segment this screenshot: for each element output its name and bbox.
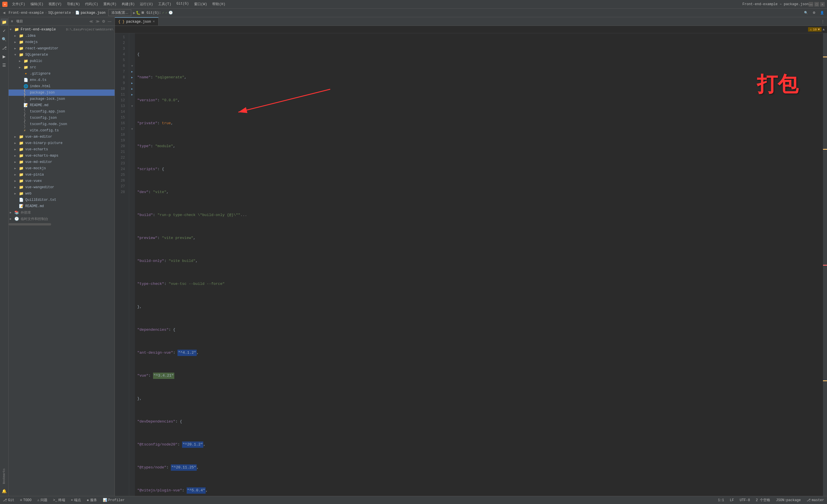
file-tree-body[interactable]: ▼ 📁 Front-end-example D:\_EasyProject\We… bbox=[9, 26, 114, 496]
window-controls[interactable]: — □ × bbox=[809, 2, 825, 7]
code-line-15[interactable]: "vue": "^3.4.21" bbox=[135, 373, 823, 379]
tree-item-sqlgenerate[interactable]: ▼ 📁 SQLgenerate bbox=[9, 52, 114, 58]
fold-btn-3[interactable] bbox=[129, 46, 135, 52]
warning-badge[interactable]: ⚠ 10 ▼ bbox=[808, 27, 821, 32]
tree-settings-button[interactable]: ⚙ bbox=[101, 19, 106, 24]
breadcrumb-root[interactable]: Front-end-example bbox=[9, 11, 44, 15]
code-line-13[interactable]: "dependencies": { bbox=[135, 327, 823, 333]
tree-hide-button[interactable]: — bbox=[107, 19, 112, 24]
fold-btn-22[interactable] bbox=[129, 155, 135, 161]
tree-item-tsconfig-node[interactable]: ▶ { } tsconfig.node.json bbox=[9, 121, 114, 127]
code-line-14[interactable]: "ant-design-vue": "^4.1.2", bbox=[135, 350, 823, 356]
maximize-button[interactable]: □ bbox=[814, 2, 819, 7]
menu-help[interactable]: 帮助(H) bbox=[210, 1, 228, 7]
user-settings-button[interactable]: 👤 bbox=[818, 9, 826, 16]
project-icon[interactable]: 📁 bbox=[1, 18, 8, 26]
fold-btn-18[interactable] bbox=[129, 132, 135, 138]
tree-item-package-lock-json[interactable]: ▶ { } package-lock.json bbox=[9, 96, 114, 102]
menu-build[interactable]: 构建(B) bbox=[119, 1, 137, 7]
tree-item-root-readme[interactable]: ▶ 📝 README.md bbox=[9, 203, 114, 209]
status-profiler[interactable]: 📊 Profiler bbox=[100, 496, 128, 504]
tab-close-button[interactable]: × bbox=[153, 20, 155, 24]
menu-navigate[interactable]: 导航(N) bbox=[64, 1, 83, 7]
search-button[interactable]: 🔍 bbox=[802, 9, 810, 16]
fold-btn-2[interactable] bbox=[129, 40, 135, 46]
settings-button[interactable]: ⚙ bbox=[811, 9, 817, 16]
code-content[interactable]: { "name": "sqlgenerate", "version": "0.0… bbox=[135, 33, 823, 496]
fold-btn-17[interactable]: ▼ bbox=[129, 126, 135, 132]
code-line-6[interactable]: "scripts": { bbox=[135, 166, 823, 172]
fold-btn-26[interactable] bbox=[129, 178, 135, 183]
tree-item-vue-echarts-maps[interactable]: ▶ 📁 vue-echarts-maps bbox=[9, 153, 114, 159]
tree-item-web[interactable]: ▶ 📁 web bbox=[9, 190, 114, 197]
tree-item-vue-pinia[interactable]: ▶ 📁 vue-pinia bbox=[9, 172, 114, 178]
tree-item-react-wangeditor[interactable]: ▶ 📁 react-wangeditor bbox=[9, 45, 114, 52]
status-terminal[interactable]: >_ 终端 bbox=[50, 496, 68, 504]
tree-item-vue-binary-picture[interactable]: ▶ 📁 vue-binary-picture bbox=[9, 140, 114, 146]
fold-btn-8[interactable]: ▶ bbox=[129, 74, 135, 80]
code-line-19[interactable]: "@types/node": "^20.11.25", bbox=[135, 465, 823, 470]
fold-btn-16[interactable] bbox=[129, 120, 135, 126]
fold-btn-21[interactable] bbox=[129, 149, 135, 155]
tree-item-external-libs[interactable]: ▶ 📚 外部库 bbox=[9, 209, 114, 216]
tree-item-gitignore[interactable]: ▶ 🔸 .gitignore bbox=[9, 70, 114, 77]
tree-root[interactable]: ▼ 📁 Front-end-example D:\_EasyProject\We… bbox=[9, 26, 114, 33]
git-branch-icon[interactable]: ⎇ bbox=[1, 44, 8, 52]
status-problems[interactable]: ⚠ 问题 bbox=[35, 496, 50, 504]
collapse-all-button[interactable]: ≪ bbox=[89, 19, 94, 24]
menu-edit[interactable]: 编辑(E) bbox=[28, 1, 46, 7]
file-tree-controls[interactable]: ≪ ≫ ⚙ — bbox=[89, 19, 112, 24]
run-tool-icon[interactable]: ▶ bbox=[1, 53, 8, 60]
code-line-4[interactable]: "private": true, bbox=[135, 120, 823, 126]
run-icon[interactable]: ▶ bbox=[133, 11, 135, 15]
git-history-icon[interactable]: 🕐 bbox=[168, 11, 173, 15]
tree-item-public[interactable]: ▶ 📁 public bbox=[9, 58, 114, 64]
menu-tools[interactable]: 工具(T) bbox=[156, 1, 174, 7]
tree-item-scratch[interactable]: ▶ 🕐 临时文件和控制台 bbox=[9, 216, 114, 222]
search-icon[interactable]: 🔍 bbox=[1, 36, 8, 43]
tree-item-env-dts[interactable]: ▶ 📄 env.d.ts bbox=[9, 77, 114, 83]
status-filetype[interactable]: JSON:package bbox=[773, 496, 804, 504]
status-position[interactable]: 1:1 bbox=[715, 496, 727, 504]
code-editor[interactable]: 1 2 3 4 5 6 7 8 9 10 11 12 13 14 15 16 1… bbox=[115, 33, 827, 496]
breadcrumb-sqlgenerate[interactable]: SQLgenerate bbox=[48, 11, 71, 15]
fold-btn-23[interactable] bbox=[129, 161, 135, 166]
breadcrumb-file[interactable]: 📄package.json bbox=[75, 11, 105, 15]
code-line-12[interactable]: }, bbox=[135, 304, 823, 310]
tree-item-quill-editor[interactable]: ▶ 📄 QuillEditor.txt bbox=[9, 197, 114, 203]
status-git[interactable]: ⎇ Git bbox=[0, 496, 17, 504]
structure-icon[interactable]: ☰ bbox=[1, 61, 8, 69]
git-check2[interactable]: ✓ bbox=[165, 11, 167, 15]
tree-item-src[interactable]: ▶ 📁 src bbox=[9, 64, 114, 70]
menu-view[interactable]: 视图(V) bbox=[46, 1, 64, 7]
code-line-10[interactable]: "build-only": "vite build", bbox=[135, 258, 823, 264]
notification-icon[interactable]: 🔔 bbox=[1, 487, 8, 495]
fold-btn-4[interactable] bbox=[129, 52, 135, 57]
menu-git[interactable]: Git(G) bbox=[174, 1, 191, 7]
tree-item-vue-md-editor[interactable]: ▶ 📁 vue-md-editor bbox=[9, 159, 114, 165]
commit-icon[interactable]: ✓ bbox=[1, 27, 8, 35]
status-branch[interactable]: ⎇ master bbox=[804, 496, 827, 504]
bookmarks-label[interactable]: Bookmarks bbox=[3, 466, 6, 486]
code-line-3[interactable]: "version": "0.0.0", bbox=[135, 98, 823, 103]
fold-btn-13[interactable]: ▼ bbox=[129, 103, 135, 109]
tree-item-vue-am-editor[interactable]: ▶ 📁 vue-am-editor bbox=[9, 134, 114, 140]
code-line-20[interactable]: "@vitejs/plugin-vue": "^5.0.4", bbox=[135, 488, 823, 493]
git-check1[interactable]: ✓ bbox=[162, 11, 164, 15]
fold-btn-6[interactable]: ▼ bbox=[129, 63, 135, 69]
fold-btn-9[interactable]: ▶ bbox=[129, 80, 135, 86]
status-services[interactable]: ◈ 服务 bbox=[84, 496, 100, 504]
tree-item-nodejs[interactable]: ▶ 📁 nodejs bbox=[9, 39, 114, 45]
menu-file[interactable]: 文件(F) bbox=[10, 1, 28, 7]
fold-btn-19[interactable] bbox=[129, 138, 135, 144]
menu-refactor[interactable]: 重构(R) bbox=[101, 1, 119, 7]
code-line-17[interactable]: "devDependencies": { bbox=[135, 419, 823, 425]
status-endpoints[interactable]: ⌖ 端点 bbox=[68, 496, 84, 504]
fold-btn-1[interactable] bbox=[129, 35, 135, 40]
menu-run[interactable]: 运行(U) bbox=[138, 1, 155, 7]
menu-code[interactable]: 代码(C) bbox=[83, 1, 100, 7]
tree-item-vue-mockjs[interactable]: ▶ 📁 vue-mockjs bbox=[9, 165, 114, 172]
menu-window[interactable]: 窗口(W) bbox=[192, 1, 210, 7]
code-line-9[interactable]: "preview": "vite preview", bbox=[135, 235, 823, 241]
minimize-button[interactable]: — bbox=[809, 2, 813, 7]
